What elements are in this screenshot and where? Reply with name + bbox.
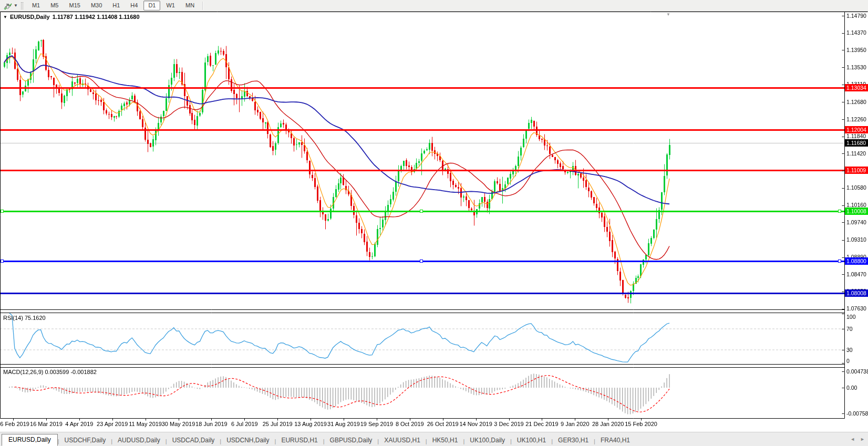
date-axis-label: 4 Apr 2019 — [65, 421, 93, 427]
price-axis-tick: 1.09740 — [846, 219, 866, 226]
tab-usdcnh-daily[interactable]: USDCNH,Daily — [221, 435, 274, 446]
hline-price-tag: 1.08800 — [845, 257, 868, 265]
rsi-axis-tick: 0 — [846, 358, 850, 365]
chart-shift-marker-icon[interactable]: ▼ — [666, 12, 670, 17]
macd-axis-tick: 0.00 — [846, 385, 857, 391]
timeframe-button-m30[interactable]: M30 — [86, 1, 107, 11]
price-axis-tick: 1.13950 — [846, 47, 866, 54]
toolbar-separator — [202, 2, 203, 10]
macd-indicator-label: MACD(12,26,9) 0.003599 -0.001882 — [3, 369, 97, 375]
hline-price-tag: 1.08008 — [845, 289, 868, 297]
tab-eurusd-h1[interactable]: EURUSD,H1 — [276, 435, 323, 446]
chart-tab-bar: EURUSD,Daily|USDCHF,Daily|AUDUSD,Daily|U… — [0, 432, 868, 446]
price-axis-tick: 1.07630 — [846, 305, 866, 312]
tab-hk50-h1[interactable]: HK50,H1 — [427, 435, 463, 446]
date-axis-label: 26 Oct 2019 — [427, 421, 459, 427]
price-axis-tick: 1.12680 — [846, 99, 866, 106]
tab-usdchf-daily[interactable]: USDCHF,Daily — [59, 435, 111, 446]
chart-tools-icon[interactable] — [2, 2, 14, 10]
timeframe-button-m5[interactable]: M5 — [46, 1, 63, 11]
date-axis-label: 21 Dec 2019 — [525, 421, 558, 427]
date-axis-label: 14 Nov 2019 — [459, 421, 492, 427]
price-axis-tick: 1.09310 — [846, 236, 866, 243]
price-axis-tick: 1.13530 — [846, 64, 866, 71]
date-axis-label: 15 Feb 2020 — [625, 421, 657, 427]
timeframe-button-d1[interactable]: D1 — [143, 1, 160, 11]
timeframe-button-mn[interactable]: MN — [181, 1, 199, 11]
date-axis-label: 8 Oct 2019 — [396, 421, 424, 427]
rsi-axis-tick: 70 — [846, 326, 853, 333]
macd-axis-tick: 0.004738 — [846, 368, 868, 375]
date-axis-label: 30 May 2019 — [162, 421, 195, 427]
price-axis-tick: 1.14370 — [846, 29, 866, 36]
date-axis-label: 31 Aug 2019 — [327, 421, 360, 427]
price-axis-tick: 1.12260 — [846, 116, 866, 123]
rsi-indicator-label: RSI(14) 75.1620 — [3, 315, 46, 321]
tab-audusd-daily[interactable]: AUDUSD,Daily — [112, 435, 166, 446]
tab-scroll-left-icon[interactable]: ◄ — [850, 437, 855, 442]
hline-price-tag: 1.13034 — [845, 84, 868, 91]
price-axis-tick: 1.10580 — [846, 184, 866, 191]
tab-scroll-right-icon[interactable]: ► — [860, 437, 865, 442]
date-axis-label: 25 Jul 2019 — [263, 421, 293, 427]
tab-fra40-h1[interactable]: FRA40,H1 — [595, 435, 635, 446]
tab-scroll-arrows: ◄ ► — [850, 437, 865, 442]
date-axis-label: 9 Jan 2020 — [561, 421, 589, 427]
timeframe-button-m15[interactable]: M15 — [64, 1, 85, 11]
date-axis-label: 18 Jun 2019 — [195, 421, 228, 427]
tab-eurusd-daily[interactable]: EURUSD,Daily — [2, 434, 58, 446]
hline-price-tag: 1.12004 — [845, 126, 868, 133]
date-axis-label: 26 Feb 2019 — [0, 421, 29, 427]
timeframe-button-h4[interactable]: H4 — [126, 1, 142, 11]
tab-gbpusd-daily[interactable]: GBPUSD,Daily — [325, 435, 378, 446]
tab-uk100-h1[interactable]: UK100,H1 — [512, 435, 551, 446]
rsi-axis-tick: 30 — [846, 347, 853, 354]
toolbar-grip[interactable] — [21, 2, 23, 9]
tab-xauusd-h1[interactable]: XAUUSD,H1 — [379, 435, 426, 446]
price-axis-tick: 1.11420 — [846, 150, 866, 157]
current-price-tag: 1.11680 — [845, 139, 868, 147]
date-axis-label: 11 May 2019 — [129, 421, 162, 427]
date-axis-label: 23 Apr 2019 — [97, 421, 128, 427]
macd-axis-tick: -0.007584 — [846, 410, 868, 417]
chart-collapse-icon[interactable]: ▼ — [3, 15, 7, 19]
date-axis-label: 19 Sep 2019 — [360, 421, 393, 427]
chart-title-ohlc: 1.11787 1.11942 1.11408 1.11680 — [53, 14, 140, 20]
date-axis-label: 3 Dec 2019 — [494, 421, 523, 427]
price-axis-tick: 1.14790 — [846, 13, 866, 19]
timeframe-button-m1[interactable]: M1 — [27, 1, 45, 11]
rsi-axis-tick: 100 — [846, 314, 856, 320]
tab-usdcad-daily[interactable]: USDCAD,Daily — [167, 435, 220, 446]
chart-tools-caret-icon[interactable]: ▼ — [14, 3, 18, 8]
chart-canvas[interactable] — [0, 0, 868, 446]
timeframe-button-h1[interactable]: H1 — [108, 1, 125, 11]
date-axis-label: 6 Jul 2019 — [231, 421, 258, 427]
price-axis-tick: 1.08470 — [846, 271, 866, 278]
date-axis-label: 16 Mar 2019 — [30, 421, 63, 427]
timeframe-button-w1[interactable]: W1 — [161, 1, 180, 11]
chart-title: ▼ EURUSD,Daily 1.11787 1.11942 1.11408 1… — [3, 14, 140, 20]
hline-price-tag: 1.11009 — [845, 167, 868, 174]
date-axis-label: 13 Aug 2019 — [294, 421, 327, 427]
mt4-terminal: { "toolbar":{ "timeframes":[ {"label":"M… — [0, 0, 868, 446]
chart-title-symbol: EURUSD,Daily — [10, 14, 50, 20]
toolbar: ▼ M1M5M15M30H1H4D1W1MN — [0, 0, 868, 12]
hline-price-tag: 1.10008 — [845, 208, 868, 215]
tab-ger30-h1[interactable]: GER30,H1 — [553, 435, 594, 446]
tab-uk100-daily[interactable]: UK100,Daily — [464, 435, 510, 446]
date-axis-label: 28 Jan 2020 — [592, 421, 624, 427]
timeframe-toolbar: M1M5M15M30H1H4D1W1MN — [27, 1, 200, 11]
